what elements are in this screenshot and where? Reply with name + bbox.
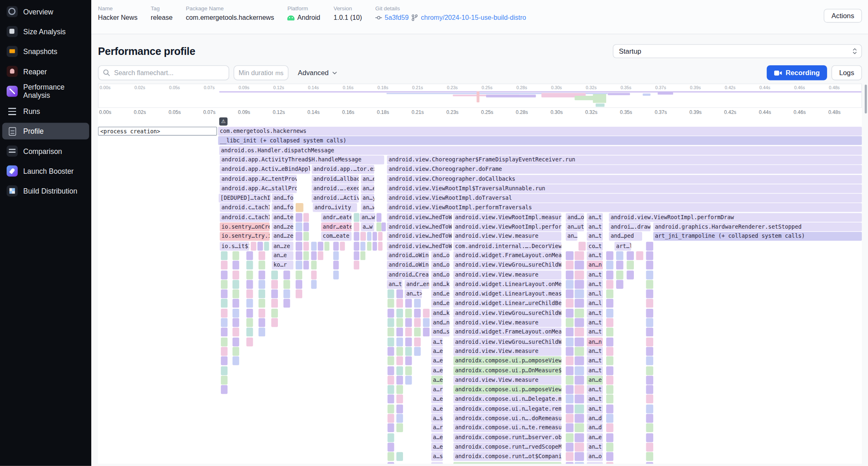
flame-frame[interactable]: [232, 280, 239, 289]
branch-link[interactable]: chromy/2024-10-15-use-build-distro: [421, 14, 526, 22]
flame-frame[interactable]: android.…Activity: [312, 194, 359, 202]
flame-frame[interactable]: a…e: [431, 404, 443, 413]
flame-frame[interactable]: an…y: [361, 194, 374, 202]
flame-frame[interactable]: an…w: [360, 213, 375, 222]
flame-frame[interactable]: [566, 261, 574, 270]
commit-link[interactable]: 5a3fd59: [385, 14, 409, 22]
flame-frame[interactable]: and…ke: [431, 280, 449, 289]
flame-frame[interactable]: [566, 328, 574, 336]
flame-frame[interactable]: __libc_init (+ collapsed system calls): [218, 136, 862, 145]
flame-frame[interactable]: [566, 357, 574, 365]
flame-frame[interactable]: an…t: [587, 395, 603, 403]
profile-type-select[interactable]: Startup: [613, 44, 862, 58]
flame-frame[interactable]: an…n: [587, 337, 603, 346]
flame-frame[interactable]: android.view.ViewRootImpl.performTravers…: [387, 203, 862, 212]
flame-frame[interactable]: [606, 433, 613, 442]
flame-frame[interactable]: [311, 261, 316, 270]
flame-frame[interactable]: and…er: [431, 289, 449, 298]
flame-frame[interactable]: [247, 270, 253, 279]
flame-frame[interactable]: [232, 357, 239, 365]
flame-frame[interactable]: android.app.Ac…stallProvider: [220, 184, 296, 193]
flame-frame[interactable]: [414, 318, 421, 327]
flame-frame[interactable]: art…ls): [614, 241, 631, 250]
flame-frame[interactable]: [575, 462, 584, 464]
flame-frame[interactable]: android.c…tachInfo: [220, 213, 270, 222]
flame-frame[interactable]: [646, 414, 653, 423]
flame-frame[interactable]: [566, 318, 574, 327]
flame-frame[interactable]: [372, 232, 377, 241]
flame-frame[interactable]: an…t: [587, 442, 603, 451]
flame-frame[interactable]: and…ped: [609, 232, 642, 241]
flame-frame[interactable]: [616, 261, 623, 270]
flame-frame[interactable]: [646, 442, 653, 451]
flame-frame[interactable]: [387, 423, 394, 432]
flame-frame[interactable]: [318, 241, 323, 250]
flame-frame[interactable]: [259, 299, 265, 308]
flame-frame[interactable]: [221, 328, 228, 336]
flame-frame[interactable]: [283, 289, 290, 298]
flame-frame[interactable]: android.….execute: [312, 184, 359, 193]
flame-frame[interactable]: [646, 423, 653, 432]
flame-frame[interactable]: and…fo: [272, 194, 293, 202]
flame-frame[interactable]: [232, 337, 239, 346]
flame-frame[interactable]: [354, 241, 359, 250]
flame-frame[interactable]: [405, 357, 412, 365]
flame-frame[interactable]: [579, 241, 586, 250]
flame-frame[interactable]: a…s: [431, 414, 443, 423]
flame-frame[interactable]: androidx.compose.ui.n…Delegate.measureOn…: [453, 395, 561, 403]
flame-frame[interactable]: [221, 337, 228, 346]
flame-frame[interactable]: [259, 251, 265, 260]
flame-frame[interactable]: [646, 251, 653, 260]
flame-frame[interactable]: [405, 366, 412, 375]
flame-frame[interactable]: [271, 270, 278, 279]
flame-frame[interactable]: [232, 299, 239, 308]
flame-frame[interactable]: [575, 423, 584, 432]
flame-frame[interactable]: [646, 366, 653, 375]
flame-frame[interactable]: android.view.ViewRootImpl.performDraw: [609, 213, 862, 222]
flame-frame[interactable]: com.emergetools.hackernews: [218, 127, 862, 135]
flame-frame[interactable]: [606, 357, 613, 365]
flame-frame[interactable]: [646, 328, 653, 336]
flame-frame[interactable]: andr…eate: [321, 222, 352, 231]
flame-frame[interactable]: android.view.ViewRootImpl.doTraversal: [387, 194, 862, 202]
flame-frame[interactable]: [232, 309, 239, 317]
flame-frame[interactable]: a…r: [431, 423, 443, 432]
flame-frame[interactable]: an…e: [361, 184, 374, 193]
flame-frame[interactable]: [636, 251, 643, 260]
flame-frame[interactable]: com.android.internal.….DecorView.onMeasu…: [453, 241, 561, 250]
flame-frame[interactable]: andr…eate: [321, 213, 352, 222]
flame-frame[interactable]: io.sentry…onCreate: [220, 222, 270, 231]
flame-frame[interactable]: [221, 347, 228, 355]
flame-frame[interactable]: [304, 232, 309, 241]
flame-frame[interactable]: [606, 414, 613, 423]
flame-frame[interactable]: androidx.compose.ui.p…omposeView.onMeasu…: [453, 385, 561, 394]
flame-frame[interactable]: io.s…it$1: [220, 241, 249, 250]
flame-frame[interactable]: [405, 328, 412, 336]
flame-frame[interactable]: [566, 385, 574, 394]
flame-frame[interactable]: [575, 347, 584, 355]
flame-frame[interactable]: [646, 376, 653, 384]
flame-frame[interactable]: [271, 309, 278, 317]
flame-frame[interactable]: [405, 347, 412, 355]
flame-frame[interactable]: an…o: [587, 452, 603, 461]
flame-frame[interactable]: [606, 337, 613, 346]
flame-frame[interactable]: [232, 347, 239, 355]
sidebar-item-profile[interactable]: Profile: [2, 123, 89, 140]
flame-frame[interactable]: [566, 347, 574, 355]
flame-frame[interactable]: [396, 366, 403, 375]
flame-frame[interactable]: androidx.compose.ui.n…te.remeasure-BRTry…: [453, 423, 561, 432]
flame-frame[interactable]: [396, 299, 403, 308]
flame-frame[interactable]: [646, 452, 653, 461]
flame-frame[interactable]: [646, 357, 653, 365]
flame-frame[interactable]: android.view.View.measure: [453, 318, 561, 327]
flame-frame[interactable]: android.view.ViewRootImpl.performMeasure: [453, 222, 561, 231]
sidebar-item-runs[interactable]: Runs: [2, 103, 89, 119]
flame-frame[interactable]: [360, 232, 366, 241]
flame-frame[interactable]: [405, 309, 412, 317]
flame-frame[interactable]: androidx.compose.ui.p…OnMeasure$ui_relea…: [453, 366, 561, 375]
flame-frame[interactable]: <process creation>: [98, 127, 217, 135]
minimap[interactable]: 0.00s0.02s0.05s0.07s0.09s0.12s0.14s0.16s…: [98, 83, 862, 108]
search-input[interactable]: [98, 65, 229, 80]
minimap-body[interactable]: [99, 91, 862, 108]
flame-frame[interactable]: [646, 280, 653, 289]
